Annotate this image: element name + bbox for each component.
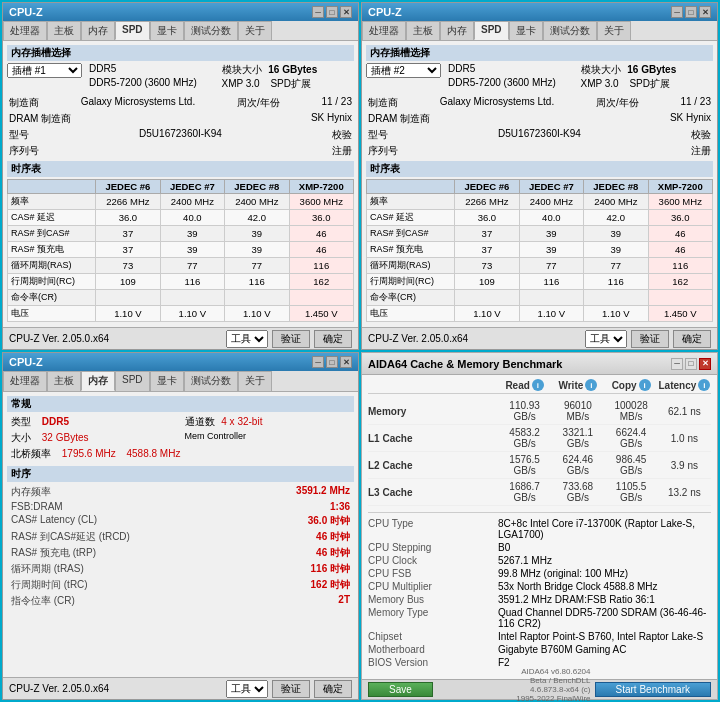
nb-label: 北桥频率: [11, 448, 51, 459]
bw-value-1: DDR5-7200 (3600 MHz): [89, 77, 197, 88]
tab-spd-memory[interactable]: SPD: [115, 371, 150, 391]
dram-mfr-label-2: DRAM 制造商: [368, 112, 430, 126]
voltage-value: 1.10 V: [96, 306, 160, 322]
validate-btn-memory[interactable]: 验证: [272, 680, 310, 698]
timing-j8: 116: [225, 274, 289, 290]
mfr-label-2: 制造商: [368, 96, 398, 110]
timing-j8: 77: [584, 258, 648, 274]
mfr-label-1: 制造商: [9, 96, 39, 110]
timing-row: CAS# 延迟 36.0 40.0 42.0 36.0: [8, 210, 354, 226]
timing-item: 内存频率 3591.2 MHz: [7, 484, 354, 500]
slot-dropdown-2[interactable]: 插槽 #2: [366, 63, 441, 78]
tab-mb-memory[interactable]: 主板: [47, 371, 81, 391]
tab-mb-slot2[interactable]: 主板: [406, 21, 440, 40]
tab-bench-slot2[interactable]: 测试分数: [543, 21, 597, 40]
mfr-info-2: 制造商 Galaxy Microsystems Ltd. 周次/年份 11 / …: [366, 95, 713, 159]
tab-cpu-memory[interactable]: 处理器: [3, 371, 47, 391]
section-timings-mem: 时序: [7, 466, 354, 482]
maximize-btn-slot1[interactable]: □: [326, 6, 338, 18]
timing-xmp: 46: [648, 242, 713, 258]
tools-dropdown-memory[interactable]: 工具: [226, 680, 268, 698]
aida64-sysinfo-label: CPU Stepping: [368, 542, 498, 553]
module-size-value-1: 16 GBytes: [268, 64, 317, 75]
titlebar-slot2: CPU-Z ─ □ ✕: [362, 3, 717, 21]
aida64-row-latency: 13.2 ns: [658, 487, 711, 498]
nb-value-1: 1795.6 MHz: [62, 448, 116, 459]
close-btn-memory[interactable]: ✕: [340, 356, 352, 368]
aida64-maximize-btn[interactable]: □: [685, 358, 697, 370]
th-empty-2: [367, 180, 455, 194]
aida64-sysinfo-value: 3591.2 MHz DRAM:FSB Ratio 36:1: [498, 594, 711, 605]
aida64-close-btn[interactable]: ✕: [699, 358, 711, 370]
tab-about-memory[interactable]: 关于: [238, 371, 272, 391]
timing-j8: 39: [225, 226, 289, 242]
close-btn-slot1[interactable]: ✕: [340, 6, 352, 18]
timing-j7: 77: [519, 258, 583, 274]
dram-mfr-label-1: DRAM 制造商: [9, 112, 71, 126]
tab-gpu-slot2[interactable]: 显卡: [509, 21, 543, 40]
aida64-row-write: 624.46 GB/s: [551, 454, 604, 476]
timing-j8: 42.0: [584, 210, 648, 226]
ok-btn-memory[interactable]: 确定: [314, 680, 352, 698]
timing-item: RAS# 预充电 (tRP) 46 时钟: [7, 545, 354, 561]
version-memory: CPU-Z Ver. 2.05.0.x64: [9, 683, 109, 694]
timing-xmp: 46: [648, 226, 713, 242]
ok-btn-1[interactable]: 确定: [314, 330, 352, 348]
minimize-btn-slot2[interactable]: ─: [671, 6, 683, 18]
aida64-minimize-btn[interactable]: ─: [671, 358, 683, 370]
timing-j7: 2400 MHz: [160, 194, 224, 210]
aida64-sysinfo-label: Memory Bus: [368, 594, 498, 605]
ok-btn-2[interactable]: 确定: [673, 330, 711, 348]
aida64-sysinfo-label: CPU Type: [368, 518, 498, 540]
timing-label: 循环周期(RAS): [8, 258, 96, 274]
timing-j6: 109: [96, 274, 160, 290]
timing-j8: 39: [584, 242, 648, 258]
tab-spd-slot1[interactable]: SPD: [115, 21, 150, 40]
tab-cpu-slot1[interactable]: 处理器: [3, 21, 47, 40]
validate-btn-1[interactable]: 验证: [272, 330, 310, 348]
ddr-label-1: DDR5: [89, 63, 116, 74]
aida64-latency-header: Latency i: [658, 379, 711, 391]
tab-bench-slot1[interactable]: 测试分数: [184, 21, 238, 40]
tools-dropdown-1[interactable]: 工具: [226, 330, 268, 348]
timing-j6: 2266 MHz: [96, 194, 160, 210]
slot-dropdown-1[interactable]: 插槽 #1: [7, 63, 82, 78]
size-value: 32 GBytes: [42, 432, 89, 443]
tab-about-slot1[interactable]: 关于: [238, 21, 272, 40]
tab-gpu-slot1[interactable]: 显卡: [150, 21, 184, 40]
tabs-memory: 处理器 主板 内存 SPD 显卡 测试分数 关于: [3, 371, 358, 392]
tab-spd-slot2[interactable]: SPD: [474, 21, 509, 40]
tab-mem-slot2[interactable]: 内存: [440, 21, 474, 40]
aida64-row-read: 1576.5 GB/s: [498, 454, 551, 476]
tools-dropdown-2[interactable]: 工具: [585, 330, 627, 348]
tab-mb-slot1[interactable]: 主板: [47, 21, 81, 40]
tab-gpu-memory[interactable]: 显卡: [150, 371, 184, 391]
tab-cpu-slot2[interactable]: 处理器: [362, 21, 406, 40]
maximize-btn-memory[interactable]: □: [326, 356, 338, 368]
timing-j7: 39: [519, 242, 583, 258]
aida64-sysinfo-row: CPU Stepping B0: [368, 541, 711, 554]
minimize-btn-slot1[interactable]: ─: [312, 6, 324, 18]
aida64-row-label: L1 Cache: [368, 433, 498, 444]
close-btn-slot2[interactable]: ✕: [699, 6, 711, 18]
tab-bench-memory[interactable]: 测试分数: [184, 371, 238, 391]
timing-xmp: 3600 MHz: [648, 194, 713, 210]
timing-j7: 77: [160, 258, 224, 274]
timing-item-label: 行周期时间 (tRC): [11, 578, 88, 592]
tab-mem-memory[interactable]: 内存: [81, 371, 115, 391]
xmp-value-2: XMP 3.0: [581, 78, 619, 89]
validate-btn-2[interactable]: 验证: [631, 330, 669, 348]
titlebar-memory: CPU-Z ─ □ ✕: [3, 353, 358, 371]
tab-about-slot2[interactable]: 关于: [597, 21, 631, 40]
aida64-benchmark-btn[interactable]: Start Benchmark: [595, 682, 711, 697]
timing-item-label: FSB:DRAM: [11, 501, 63, 512]
voltage-value: 1.10 V: [519, 306, 583, 322]
maximize-btn-slot2[interactable]: □: [685, 6, 697, 18]
module-info-2: DDR5 模块大小 16 GBytes DDR5-7200 (3600 MHz)…: [448, 63, 713, 91]
aida64-sysinfo-row: Motherboard Gigabyte B760M Gaming AC: [368, 643, 711, 656]
aida64-sysinfo-row: CPU Clock 5267.1 MHz: [368, 554, 711, 567]
verify-label-2: 校验: [691, 128, 711, 142]
aida64-save-btn[interactable]: Save: [368, 682, 433, 697]
tab-mem-slot1[interactable]: 内存: [81, 21, 115, 40]
minimize-btn-memory[interactable]: ─: [312, 356, 324, 368]
